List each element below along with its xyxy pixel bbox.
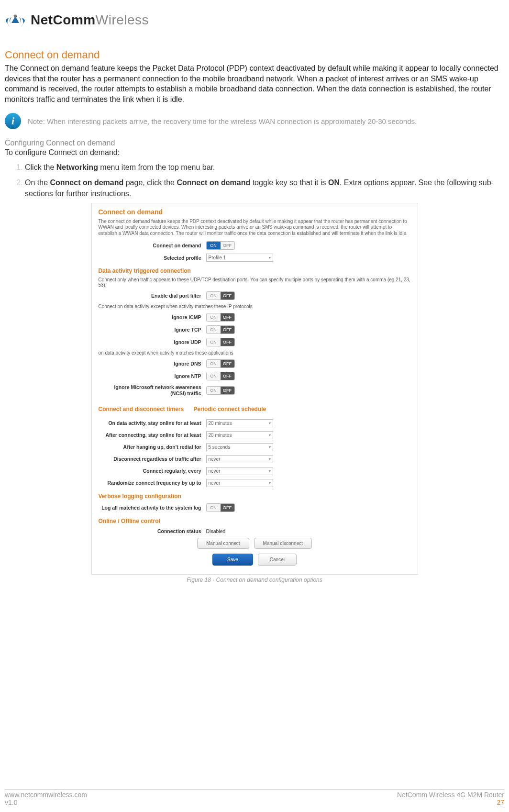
- label-ignore-ncsi: Ignore Microsoft network awareness (NCSI…: [99, 384, 206, 396]
- section-heading: Connect on demand: [5, 49, 504, 61]
- label-randomize-freq: Randomize connect frequency by up to: [99, 480, 206, 486]
- logo-text: NetCommWireless: [31, 12, 149, 28]
- ss-title: Connect on demand: [99, 208, 411, 216]
- brand-logo: NetCommWireless: [5, 11, 504, 30]
- footer-url: www.netcommwireless.com: [5, 791, 87, 799]
- label-connect-every: Connect regularly, every: [99, 468, 206, 474]
- step-1: Click the Networking menu item from the …: [25, 162, 504, 173]
- chevron-down-icon: ▾: [269, 481, 271, 485]
- chevron-down-icon: ▾: [269, 457, 271, 461]
- label-ignore-udp: Ignore UDP: [99, 339, 206, 345]
- label-ignore-icmp: Ignore ICMP: [99, 314, 206, 320]
- logo-icon: [5, 11, 26, 30]
- label-ignore-dns: Ignore DNS: [99, 361, 206, 367]
- label-on-data-stay: On data activity, stay online for at lea…: [99, 420, 206, 426]
- select-disconnect-after[interactable]: never▾: [206, 455, 273, 463]
- toggle-connect-on-demand[interactable]: ONOFF: [206, 241, 235, 250]
- footer-product: NetComm Wireless 4G M2M Router: [397, 791, 504, 799]
- page-footer: www.netcommwireless.com v1.0 NetComm Wir…: [5, 791, 504, 806]
- subheading: Configuring Connect on demand: [5, 139, 504, 147]
- manual-connect-button[interactable]: Manual connect: [197, 538, 249, 549]
- label-after-hangup: After hanging up, don't redial for: [99, 444, 206, 450]
- chevron-down-icon: ▾: [269, 421, 271, 425]
- save-button[interactable]: Save: [212, 554, 253, 566]
- info-icon: i: [5, 113, 21, 129]
- value-connection-status: Disabled: [206, 528, 226, 534]
- label-log-all: Log all matched activity to the system l…: [99, 505, 206, 511]
- select-connect-every[interactable]: never▾: [206, 467, 273, 475]
- label-connect-on-demand: Connect on demand: [99, 243, 206, 248]
- footer-rule: [5, 790, 504, 790]
- intro-paragraph: The Connect on demand feature keeps the …: [5, 63, 504, 104]
- select-after-hangup[interactable]: 5 seconds▾: [206, 443, 273, 451]
- chevron-down-icon: ▾: [269, 433, 271, 437]
- section-timers: Connect and disconnect timers: [99, 406, 184, 412]
- label-ignore-tcp: Ignore TCP: [99, 327, 206, 333]
- label-disconnect-after: Disconnect regardless of traffic after: [99, 456, 206, 462]
- cancel-button[interactable]: Cancel: [258, 554, 297, 566]
- screenshot-panel: Connect on demand The connect on demand …: [91, 203, 418, 575]
- chevron-down-icon: ▾: [269, 445, 271, 449]
- select-randomize-freq[interactable]: never▾: [206, 479, 273, 487]
- toggle-ignore-udp[interactable]: ONOFF: [206, 338, 235, 346]
- footer-page-number: 27: [397, 799, 504, 806]
- label-after-connect-stay: After connecting, stay online for at lea…: [99, 432, 206, 438]
- select-after-connect-stay[interactable]: 20 minutes▾: [206, 431, 273, 439]
- toggle-ignore-tcp[interactable]: ONOFF: [206, 325, 235, 334]
- figure-caption: Figure 18 - Connect on demand configurat…: [187, 577, 322, 583]
- toggle-log-all[interactable]: ONOFF: [206, 503, 235, 512]
- toggle-dial-port-filter[interactable]: ONOFF: [206, 291, 235, 300]
- label-selected-profile: Selected profile: [99, 255, 206, 261]
- select-on-data-stay[interactable]: 20 minutes▾: [206, 419, 273, 427]
- note-text: Note: When interesting packets arrive, t…: [28, 117, 417, 125]
- toggle-ignore-dns[interactable]: ONOFF: [206, 359, 235, 368]
- toggle-ignore-ncsi[interactable]: ONOFF: [206, 386, 235, 395]
- toggle-ignore-icmp[interactable]: ONOFF: [206, 313, 235, 322]
- except-applications: on data activity except when activity ma…: [99, 350, 411, 356]
- section-schedule: Periodic connect schedule: [193, 406, 266, 412]
- section-verbose-logging: Verbose logging configuration: [99, 493, 411, 500]
- step-2: On the Connect on demand page, click the…: [25, 177, 504, 199]
- steps-intro: To configure Connect on demand:: [5, 148, 504, 157]
- label-connection-status: Connection status: [99, 528, 206, 534]
- label-dial-port-filter: Enable dial port filter: [99, 293, 206, 299]
- select-profile[interactable]: Profile 1▾: [206, 254, 273, 262]
- section-data-activity-desc: Connect only when traffic appears to the…: [99, 277, 411, 288]
- footer-version: v1.0: [5, 799, 87, 806]
- note-block: i Note: When interesting packets arrive,…: [5, 113, 504, 129]
- chevron-down-icon: ▾: [269, 256, 271, 260]
- section-data-activity: Data activity triggered connection: [99, 267, 411, 274]
- section-online-offline: Online / Offline control: [99, 518, 411, 524]
- chevron-down-icon: ▾: [269, 469, 271, 473]
- steps-list: Click the Networking menu item from the …: [5, 162, 504, 199]
- ss-desc: The connect on demand feature keeps the …: [99, 219, 411, 237]
- svg-point-0: [14, 15, 17, 18]
- toggle-ignore-ntp[interactable]: ONOFF: [206, 372, 235, 380]
- label-ignore-ntp: Ignore NTP: [99, 373, 206, 379]
- except-ip-protocols: Connect on data activity except when act…: [99, 304, 411, 309]
- manual-disconnect-button[interactable]: Manual disconnect: [254, 538, 312, 549]
